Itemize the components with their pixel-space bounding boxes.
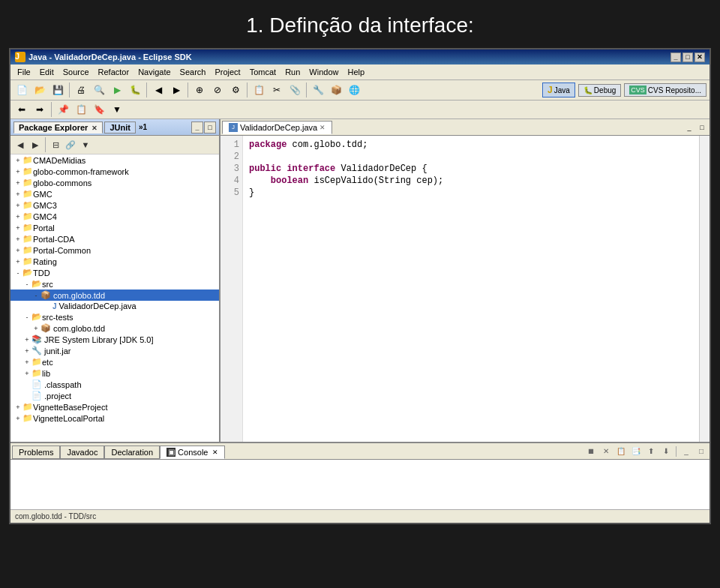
- editor-tab-validadordecep[interactable]: J ValidadorDeCep.java ✕: [222, 121, 332, 134]
- tree-toggle[interactable]: +: [14, 224, 22, 232]
- tree-toggle[interactable]: +: [14, 415, 22, 422]
- tree-toggle[interactable]: +: [22, 347, 32, 355]
- menu-help[interactable]: Help: [344, 66, 368, 78]
- tree-item-classpath[interactable]: 📄 .classpath: [10, 379, 219, 390]
- print-button[interactable]: 🖨: [73, 82, 89, 98]
- collapse-all[interactable]: ⊟: [49, 138, 62, 152]
- tree-item-gmc[interactable]: + 📁 GMC: [10, 188, 219, 200]
- editor-scrollbar[interactable]: [699, 136, 710, 442]
- tree-item-gmc4[interactable]: + 📁 GMC4: [10, 211, 219, 222]
- tree-toggle[interactable]: +: [32, 325, 40, 332]
- menu-search[interactable]: Search: [176, 66, 210, 78]
- tree-item-lib[interactable]: + 📁 lib: [10, 368, 219, 379]
- nav-menu[interactable]: ▼: [79, 138, 92, 152]
- tree-item-portal-common[interactable]: + 📁 Portal-Common: [10, 244, 219, 256]
- minimize-button[interactable]: _: [670, 52, 681, 62]
- tree-toggle[interactable]: +: [22, 370, 32, 377]
- new-button[interactable]: 📄: [14, 82, 30, 98]
- tree-item-project[interactable]: 📄 .project: [10, 390, 219, 401]
- tb2-6[interactable]: ▼: [109, 101, 125, 118]
- tb10[interactable]: 📦: [328, 82, 344, 98]
- tab-package-explorer[interactable]: Package Explorer ✕: [14, 122, 103, 134]
- tab-console[interactable]: ▣ Console ✕: [160, 446, 225, 459]
- editor-max-button[interactable]: □: [696, 122, 708, 134]
- menu-refactor[interactable]: Refactor: [94, 66, 134, 78]
- tree-item-cmademidias[interactable]: + 📁 CMADeMidias: [10, 154, 219, 166]
- tb2-1[interactable]: ⬅: [14, 101, 30, 118]
- tree-item-src[interactable]: - 📂 src: [10, 278, 219, 290]
- bottom-btn-3[interactable]: 📋: [614, 445, 628, 458]
- tree-item-jre[interactable]: + 📚 JRE System Library [JDK 5.0]: [10, 334, 219, 345]
- run-button[interactable]: ▶: [109, 82, 125, 98]
- tb2-4[interactable]: 📋: [73, 101, 89, 118]
- tree-toggle[interactable]: +: [14, 404, 22, 411]
- tab-javadoc[interactable]: Javadoc: [60, 446, 104, 459]
- tree-item-com-globo-tdd-tests[interactable]: + 📦 com.globo.tdd: [10, 322, 219, 334]
- menu-navigate[interactable]: Navigate: [134, 66, 174, 78]
- tree-view[interactable]: + 📁 CMADeMidias + 📁 globo-common-framewo…: [10, 154, 219, 442]
- open-button[interactable]: 📂: [32, 82, 48, 98]
- tab-declaration[interactable]: Declaration: [104, 446, 160, 459]
- bottom-btn-8[interactable]: □: [694, 445, 708, 458]
- tb11[interactable]: 🌐: [346, 82, 362, 98]
- tree-item-portal[interactable]: + 📁 Portal: [10, 222, 219, 233]
- debug-button[interactable]: 🐛: [127, 82, 143, 98]
- bottom-btn-5[interactable]: ⬆: [644, 445, 658, 458]
- tree-item-globo-commons[interactable]: + 📁 globo-commons: [10, 177, 219, 188]
- tb9[interactable]: 🔧: [310, 82, 326, 98]
- cvs-perspective-button[interactable]: CVS CVS Reposito...: [624, 83, 706, 97]
- menu-tomcat[interactable]: Tomcat: [246, 66, 280, 78]
- menu-file[interactable]: File: [14, 66, 34, 78]
- tree-item-vignettebase[interactable]: + 📁 VignetteBaseProject: [10, 401, 219, 412]
- menu-window[interactable]: Window: [305, 66, 342, 78]
- nav-forward[interactable]: ▶: [28, 138, 42, 152]
- tree-item-com-globo-tdd[interactable]: - 📦 com.globo.tdd: [10, 290, 219, 301]
- tree-toggle[interactable]: +: [22, 358, 32, 366]
- tree-toggle[interactable]: +: [14, 247, 22, 254]
- menu-run[interactable]: Run: [281, 66, 304, 78]
- tree-toggle[interactable]: +: [14, 168, 22, 176]
- tree-toggle[interactable]: +: [14, 213, 22, 220]
- forward-button[interactable]: ▶: [168, 82, 184, 98]
- tree-toggle[interactable]: +: [14, 236, 22, 243]
- tb8[interactable]: 📎: [286, 82, 303, 98]
- link-with-editor[interactable]: 🔗: [64, 138, 77, 152]
- tree-item-etc[interactable]: + 📁 etc: [10, 356, 219, 368]
- menu-source[interactable]: Source: [59, 66, 93, 78]
- tree-toggle[interactable]: -: [22, 280, 32, 288]
- tree-item-rating[interactable]: + 📁 Rating: [10, 256, 219, 267]
- tree-toggle[interactable]: +: [14, 202, 22, 209]
- bottom-btn-4[interactable]: 📑: [629, 445, 643, 458]
- tree-item-junit-jar[interactable]: + 🔧 junit.jar: [10, 345, 219, 356]
- tree-toggle[interactable]: -: [22, 314, 32, 321]
- java-perspective-button[interactable]: J Java: [542, 82, 575, 98]
- code-editor[interactable]: 1 2 3 4 5 package com.globo.tdd; public …: [220, 136, 710, 442]
- bottom-btn-7[interactable]: _: [680, 445, 693, 458]
- back-button[interactable]: ◀: [150, 82, 166, 98]
- tb2-2[interactable]: ➡: [32, 101, 48, 118]
- close-button[interactable]: ✕: [694, 52, 705, 62]
- tab-package-explorer-close[interactable]: ✕: [92, 124, 98, 132]
- tb4[interactable]: ⊘: [209, 82, 226, 98]
- tree-item-portal-cda[interactable]: + 📁 Portal-CDA: [10, 233, 219, 244]
- editor-tab-close[interactable]: ✕: [320, 124, 326, 131]
- debug-perspective-button[interactable]: 🐛 Debug: [578, 84, 621, 97]
- tab-junit[interactable]: JUnit: [104, 122, 136, 134]
- tree-toggle[interactable]: -: [32, 292, 40, 299]
- bottom-btn-1[interactable]: ⏹: [584, 445, 598, 458]
- nav-back[interactable]: ◀: [14, 138, 27, 152]
- tree-toggle[interactable]: +: [14, 179, 22, 187]
- panel-max-button[interactable]: □: [204, 122, 216, 134]
- tree-item-src-tests[interactable]: - 📂 src-tests: [10, 311, 219, 322]
- tree-item-validadordecep-java[interactable]: J ValidadorDeCep.java: [10, 301, 219, 311]
- tree-item-gmc3[interactable]: + 📁 GMC3: [10, 200, 219, 211]
- tree-toggle[interactable]: +: [22, 336, 32, 344]
- tb2-5[interactable]: 🔖: [91, 101, 107, 118]
- menu-edit[interactable]: Edit: [36, 66, 58, 78]
- tree-item-globo-common-fw[interactable]: + 📁 globo-common-framework: [10, 166, 219, 177]
- panel-min-button[interactable]: _: [191, 122, 203, 134]
- tree-item-tdd[interactable]: - 📂 TDD: [10, 267, 219, 278]
- restore-button[interactable]: □: [682, 52, 693, 62]
- tree-toggle[interactable]: +: [14, 157, 22, 164]
- tree-toggle[interactable]: -: [14, 269, 22, 277]
